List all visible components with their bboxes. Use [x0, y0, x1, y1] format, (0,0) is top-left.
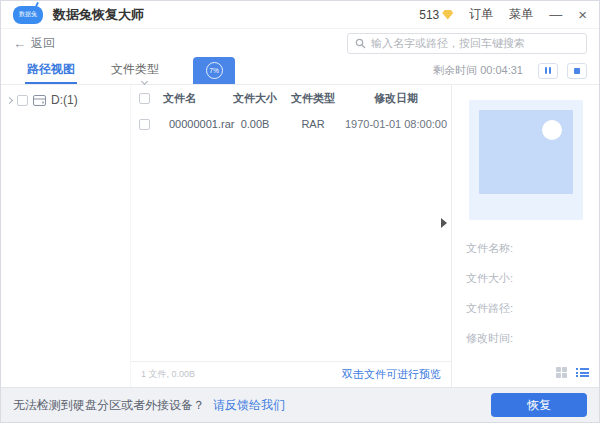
expand-chevron-icon[interactable]	[6, 96, 13, 103]
preview-hint: 双击文件可进行预览	[342, 367, 441, 382]
image-placeholder	[469, 100, 583, 220]
tree-item-drive-d[interactable]: D:(1)	[7, 93, 124, 107]
field-file-name-label: 文件名称:	[466, 241, 599, 271]
nav-menu[interactable]: 菜单	[509, 6, 533, 23]
nav-orders[interactable]: 订单	[469, 6, 493, 23]
file-type: RAR	[285, 118, 341, 130]
drive-label: D:(1)	[51, 93, 78, 107]
file-date: 1970-01-01 08:00:00	[341, 118, 451, 130]
remaining-time: 剩余时间 00:04:31	[433, 63, 523, 78]
collapse-panel-handle[interactable]	[441, 218, 447, 228]
tab-file-type[interactable]: 文件类型	[109, 57, 161, 84]
select-all-checkbox[interactable]	[139, 93, 150, 104]
points-value: 513	[419, 8, 439, 22]
tab-path-view[interactable]: 路径视图	[25, 57, 77, 84]
image-placeholder-inner	[479, 110, 573, 194]
column-header-filename: 文件名	[163, 91, 225, 106]
toolbar: ← 返回	[1, 29, 599, 57]
sidebar-tree: D:(1)	[1, 85, 131, 387]
field-file-size-label: 文件大小:	[466, 271, 599, 301]
contact-us-link[interactable]: 请反馈给我们	[213, 397, 285, 414]
stop-button[interactable]	[567, 63, 587, 79]
disk-icon	[33, 95, 46, 106]
back-arrow-icon: ←	[13, 36, 26, 51]
table-row[interactable]: 00000001.rar 0.00B RAR 1970-01-01 08:00:…	[131, 111, 451, 137]
back-label: 返回	[31, 35, 55, 52]
pause-icon	[545, 67, 547, 74]
remaining-time-value: 00:04:31	[480, 64, 523, 76]
field-modified-time-label: 修改时间:	[466, 331, 599, 361]
search-icon	[355, 38, 366, 49]
drive-checkbox[interactable]	[17, 95, 28, 106]
grid-view-icon[interactable]	[556, 367, 567, 378]
points-balance[interactable]: 513	[419, 8, 453, 22]
field-file-path-label: 文件路径:	[466, 301, 599, 331]
list-view-icon[interactable]	[576, 368, 589, 377]
scan-progress-badge[interactable]: 7%	[193, 57, 235, 84]
gem-icon	[442, 10, 453, 20]
row-checkbox[interactable]	[139, 119, 150, 130]
view-toggles	[556, 367, 589, 378]
preview-panel: 文件名称: 文件大小: 文件路径: 修改时间:	[451, 85, 599, 387]
column-header-filetype: 文件类型	[285, 91, 341, 106]
close-button[interactable]: ×	[578, 7, 587, 22]
help-text: 无法检测到硬盘分区或者外接设备？	[13, 397, 205, 414]
remaining-time-label: 剩余时间	[433, 64, 477, 76]
pause-button[interactable]	[538, 63, 558, 79]
file-info-fields: 文件名称: 文件大小: 文件路径: 修改时间:	[452, 241, 599, 361]
app-title: 数据兔恢复大师	[53, 6, 144, 24]
table-header: 文件名 文件大小 文件类型 修改日期	[131, 85, 451, 111]
file-list-panel: 文件名 文件大小 文件类型 修改日期 00000001.rar 0.00B RA…	[131, 85, 451, 387]
app-logo-icon: 数据兔	[13, 6, 43, 24]
file-count-summary: 1 文件, 0.00B	[141, 368, 195, 381]
search-box	[347, 33, 587, 54]
recover-button[interactable]: 恢复	[491, 393, 587, 417]
app-window: 数据兔 数据兔恢复大师 513 订单 菜单 — × ← 返回 路径视图	[0, 0, 600, 423]
title-bar: 数据兔 数据兔恢复大师 513 订单 菜单 — ×	[1, 1, 599, 29]
file-size: 0.00B	[225, 118, 285, 130]
bottom-bar: 无法检测到硬盘分区或者外接设备？ 请反馈给我们 恢复	[1, 387, 599, 422]
logo-text: 数据兔	[19, 10, 37, 19]
main-area: D:(1) 文件名 文件大小 文件类型 修改日期	[1, 85, 599, 387]
table-footer: 1 文件, 0.00B 双击文件可进行预览	[131, 361, 451, 387]
progress-value: 7%	[209, 67, 218, 74]
tabs-row: 路径视图 文件类型 7% 剩余时间 00:04:31	[1, 57, 599, 85]
minimize-button[interactable]: —	[549, 8, 562, 21]
progress-ring-icon: 7%	[206, 62, 223, 79]
stop-icon	[574, 68, 580, 74]
back-button[interactable]: ← 返回	[13, 35, 55, 52]
search-input[interactable]	[371, 37, 579, 49]
column-header-modified: 修改日期	[341, 91, 451, 106]
placeholder-circle-icon	[542, 120, 562, 140]
column-header-filesize: 文件大小	[225, 91, 285, 106]
